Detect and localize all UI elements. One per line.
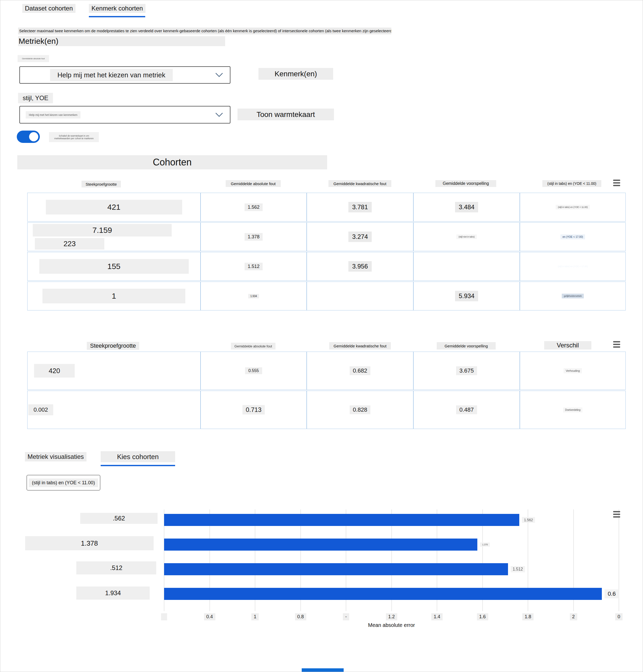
heatmap-cell: 3.956 [307,252,413,281]
t2-header-mean-prediction: Gemiddelde voorspelling [437,342,496,349]
bar-value-label: 0.6 [605,589,619,598]
mae-value: 1.378 [245,233,263,241]
table-cell: 0.555 [201,352,307,390]
table-cell: 421 [27,193,201,221]
chart-category-label: .562 [80,513,158,524]
bar-cohort-3[interactable] [164,563,508,575]
t1-header-cohort: (stijl in tabs) en (YOE < 11.00) [542,180,601,187]
mean-prediction-value: 7.064 [459,263,474,270]
toggle-knob [29,132,38,141]
t2-header-mae: Gemiddelde absolute fout [231,343,276,349]
heatmap-toggle-caption: Schakel de warmtekaart in om metriekwaar… [49,132,99,142]
table1-menu-icon[interactable] [613,180,620,186]
mae-bar-chart: 1.562 1.378 1.512 0.6 [164,509,619,611]
tab-kenmerk-cohorten[interactable]: Kenmerk cohorten [89,4,145,13]
table-cell: 1.934 [201,281,307,310]
cohort-size-value: 7.159 [33,224,172,237]
table-cell: 0.828 [307,391,413,429]
mean-prediction-value: (stijl niet in tabs) [456,235,476,239]
active-tab-underline [101,465,175,466]
cohort-size-value: 155 [39,259,189,274]
cohort-label: gelijkheidsmetriek [562,293,584,298]
heatmap-cell: (stijl in tabs) en (YOE < 11.00) [520,193,626,221]
t2-header-verschil: Verschil [544,341,591,349]
table-cell: 0.713 [201,391,307,429]
x-tick-label: 0 [615,613,622,620]
mae-value: 0.555 [245,367,262,374]
cohort-size-value-2: 223 [35,238,104,250]
sample-size-value: 0.002 [28,404,53,415]
mse-value: 3.739 [352,292,368,300]
selected-metric-chip: Gemiddelde absolute fout [17,55,49,62]
table-cell: 0.487 [413,391,520,429]
heatmap-cell: gelijkheidsmetriek [520,281,626,310]
x-tick-label: 2 [570,613,577,620]
cohort-size-value: 1 [43,289,185,303]
t2-header-sample-size: Steekproefgrootte [87,342,139,350]
heatmap-section-title: Toon warmtekaart [238,109,334,120]
heatmap-toggle[interactable] [17,131,40,143]
x-tick-label: 1.2 [386,613,397,620]
mae-value: 1.512 [245,263,263,270]
features-section-title: Kenmerk(en) [258,68,333,80]
table-cell: Verhouding [520,352,626,390]
table-cell: 155 [27,252,201,281]
sample-size-value: 420 [34,364,75,377]
bar-value-label: 1.378 [480,542,490,547]
heatmap-cell: 3.484 [413,193,520,221]
table-cell: Doelverdeling [520,391,626,429]
metric-dropdown-label: Help mij met het kiezen van metriek [50,69,173,81]
mse-value: 3.781 [348,202,372,212]
table-cell: 1 [27,281,201,310]
x-tick-label: 1.4 [431,613,442,620]
diff-label: Doelverdeling [563,407,583,412]
chart-menu-icon[interactable] [613,511,620,518]
selected-features-chip: stijl, YOE [18,93,53,103]
heatmap-cell: 7.064 [413,252,520,281]
mean-prediction-value: 0.487 [456,405,477,414]
table-cell: 0.002 [27,391,201,429]
cohort-label: (stijl in tabs) en (YOE < 11.00) [556,205,590,209]
cohort-filter-label: (stijl in tabs) en (YOE < 11.00) [29,479,98,487]
bar-cohort-4[interactable] [164,588,602,600]
tab-metriek-visualisaties[interactable]: Metriek visualisaties [25,452,86,461]
table-cell: 0.682 [307,352,413,390]
table-cell: 3.675 [413,352,520,390]
bottom-scroll-indicator[interactable] [302,668,344,672]
heatmap-cell: (stijl niet in tabs) [413,222,520,251]
table-cell: 1.562 [201,193,307,221]
chart-category-label: .512 [76,561,156,575]
t2-header-mse: Gemiddelde kwadratische fout [329,342,391,349]
x-tick-label: 1 [251,613,259,620]
table-cell: 7.159 223 [27,222,201,251]
cohorts-title: Cohorten [17,155,327,169]
chart-x-axis: 0.410.8-1.21.41.61.820 [164,613,619,622]
comparison-table: 420 0.555 0.682 3.675 Verhouding 0.002 0… [27,352,626,429]
bar-cohort-2[interactable] [164,539,477,551]
mean-prediction-value: 3.675 [456,366,477,375]
x-tick-label [161,613,167,620]
x-tick-label: - [343,613,349,620]
cohort-size-value: 421 [46,200,182,215]
feature-dropdown[interactable]: Help mij met het kiezen van kenmerken [20,106,230,123]
metric-dropdown[interactable]: Help mij met het kiezen van metriek [20,66,230,84]
heatmap-cell: 3.274 [307,222,413,251]
diff-label: Verhouding [563,368,582,373]
tab-dataset-cohorten[interactable]: Dataset cohorten [22,4,75,13]
cohort-filter-chip[interactable]: (stijl in tabs) en (YOE < 11.00) [26,475,100,491]
cohort-label: (stijl in tabs) en (YOE < 17.00) [556,264,590,269]
t1-header-sample-size: Steekproefgrootte [82,181,121,188]
bar-cohort-1[interactable] [164,514,519,526]
instruction-text: Selecteer maximaal twee kenmerken om de … [18,27,391,34]
table2-menu-icon[interactable] [613,341,620,348]
heatmap-cell: (stijl in tabs) en (YOE < 17.00) [520,252,626,281]
mse-value: 0.682 [350,366,371,375]
mae-value: 1.562 [245,203,263,211]
active-tab-underline [89,16,145,17]
x-tick-label: 1.8 [522,613,533,620]
tab-kies-cohorten[interactable]: Kies cohorten [101,451,175,462]
metrics-section-title: Metriek(en) [18,36,225,46]
mae-value: 1.934 [248,294,259,298]
chevron-down-icon [215,73,223,77]
chevron-down-icon [215,112,223,117]
